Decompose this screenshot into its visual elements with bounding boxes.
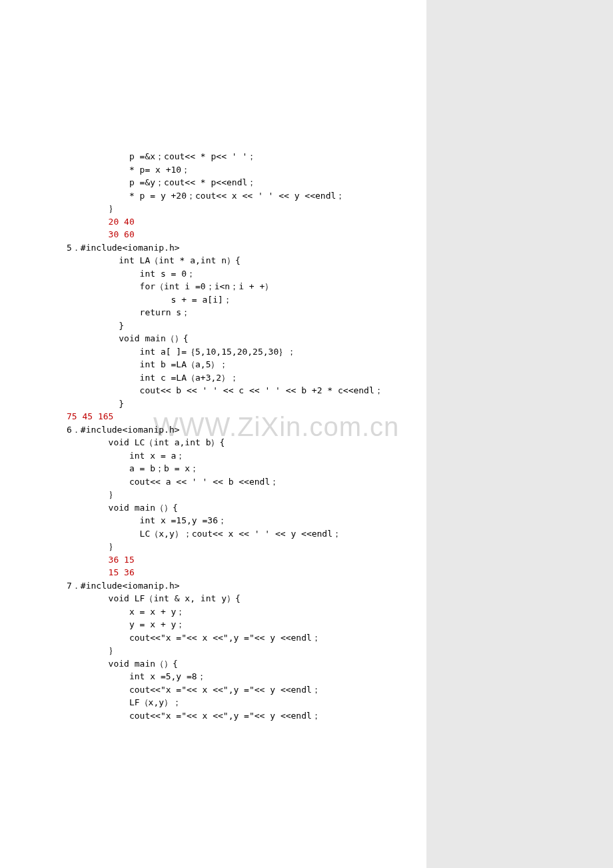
code-line: cout<<"x ="<< x <<",y ="<< y <<endl； (67, 683, 400, 697)
code-line: void LF（int & x, int y）{ (67, 592, 400, 605)
code-line: ｝ (67, 644, 400, 657)
sidebar (426, 0, 613, 868)
code-line: LC（x,y）；cout<< x << ' ' << y <<endl； (67, 527, 400, 541)
code-line: int x = a； (67, 449, 400, 463)
code-line: a = b；b = x； (67, 462, 400, 475)
code-line: cout<<"x ="<< x <<",y ="<< y <<endl； (67, 631, 400, 645)
code-line: void main（）{ (67, 657, 400, 671)
code-line: int x =5,y =8； (67, 670, 400, 683)
code-line: void main（）{ (67, 332, 400, 345)
code-line: 6．#include<iomanip.h> (67, 423, 400, 437)
content-area: p =&x；cout<< * p<< ' '； * p= x +10； p =&… (67, 150, 400, 722)
code-line: cout<< a << ' ' << b <<endl； (67, 475, 400, 489)
code-line: return s； (67, 306, 400, 319)
code-line: 36 15 (67, 553, 400, 567)
code-line: } (67, 319, 400, 333)
code-line: int b =LA（a,5）； (67, 358, 400, 371)
code-line: int x =15,y =36； (67, 514, 400, 527)
code-line: ｝ (67, 202, 400, 215)
code-line: void main（）{ (67, 501, 400, 515)
code-line: int a[ ]=｛5,10,15,20,25,30｝； (67, 345, 400, 359)
code-line: cout<<"x ="<< x <<",y ="<< y <<endl； (67, 709, 400, 723)
code-line: p =&y；cout<< * p<<endl； (67, 176, 400, 189)
code-line: y = x + y； (67, 618, 400, 631)
code-line: int s = 0； (67, 267, 400, 281)
code-line: 7．#include<iomanip.h> (67, 579, 400, 593)
code-line: 15 36 (67, 566, 400, 579)
code-line: int c =LA（a+3,2）； (67, 371, 400, 385)
code-line: ｝ (67, 540, 400, 553)
code-line: for（int i =0；i<n；i + +） (67, 280, 400, 293)
page-container: WWW.ZiXin.com.cn p =&x；cout<< * p<< ' '；… (0, 0, 426, 868)
code-line: x = x + y； (67, 605, 400, 619)
code-line: void LC（int a,int b）{ (67, 436, 400, 449)
code-line: 5．#include<iomanip.h> (67, 241, 400, 255)
code-line: p =&x；cout<< * p<< ' '； (67, 150, 400, 163)
code-line: LF（x,y）； (67, 696, 400, 709)
code-line: s + = a[i]； (67, 293, 400, 307)
code-line: 20 40 (67, 215, 400, 229)
code-line: 30 60 (67, 228, 400, 241)
code-line: int LA（int * a,int n）{ (67, 254, 400, 267)
code-line: * p = y +20；cout<< x << ' ' << y <<endl； (67, 189, 400, 203)
code-line: cout<< b << ' ' << c << ' ' << b +2 * c<… (67, 384, 400, 397)
code-line: 75 45 165 (67, 410, 400, 423)
code-line: } (67, 397, 400, 411)
code-line: * p= x +10； (67, 163, 400, 177)
code-line: ｝ (67, 488, 400, 501)
